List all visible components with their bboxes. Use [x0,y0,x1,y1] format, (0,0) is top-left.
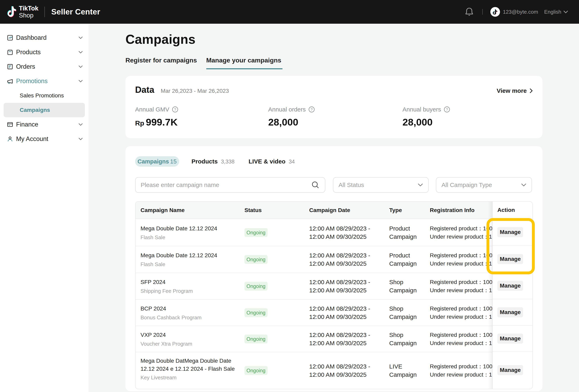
svg-text:?: ? [446,108,448,112]
svg-text:?: ? [311,108,313,112]
svg-text:?: ? [174,108,176,112]
